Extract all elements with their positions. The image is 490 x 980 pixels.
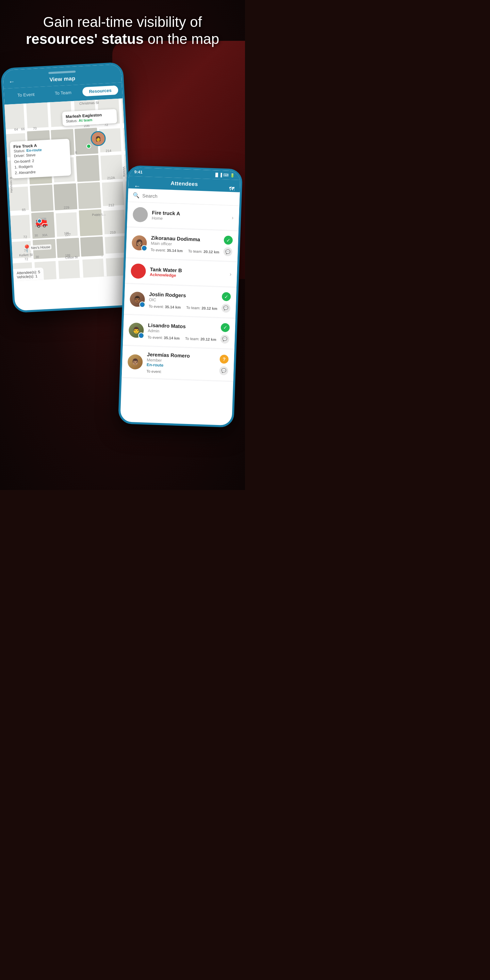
wifi-icon: ⌨ [223,172,229,177]
lisandro-info: Lisandro Matos Admin To event: 35.14 km … [148,322,217,342]
svg-text:Handteres St: Handteres St [9,177,13,193]
svg-text:195: 195 [64,231,69,235]
to-event-label: To event: 35.14 km [149,304,181,309]
to-team-label: To team: 20.12 km [188,249,220,254]
search-input[interactable] [142,192,235,201]
attendees-back-button[interactable]: ← [134,182,141,190]
chat-icon[interactable]: 💬 [220,334,229,344]
list-item: 👨 👤 Lisandro Matos Admin To event: 35.14… [123,315,235,349]
map-back-button[interactable]: ← [8,78,15,86]
attendees-header-title: Attendees [170,180,198,187]
tab-resources[interactable]: Resources [82,86,118,96]
attendees-list: Fire truck A Home › 👩🏽 👤 Zikoranau Dodim… [122,202,240,382]
list-item: Tank Water B Acknowledge › [125,258,237,287]
svg-text:72: 72 [24,257,29,261]
fire-truck-avatar [133,207,148,223]
status-icons: ▐▌▐ ⌨ 🔋 [214,172,235,178]
chevron-right-icon: › [232,215,234,221]
svg-text:229: 229 [64,205,70,210]
svg-text:64: 64 [14,127,18,131]
svg-rect-18 [77,182,101,209]
map-area: 64 66 70 68 8 235 72 214 212A 212 210 22… [5,98,132,282]
svg-text:214: 214 [105,149,111,153]
search-icon: 🔍 [133,192,140,199]
battery-icon: 🔋 [230,173,235,177]
list-item: 👨🏽 Jeremías Romero Member En-route To ev… [122,346,234,381]
svg-text:212A: 212A [107,176,115,180]
joslin-badge: 👤 [139,301,146,308]
vehicles-count: Vehicle(s): 1 [17,274,40,279]
list-item: 👩🏽 👤 Zikoranau Dodimma Main officer To e… [126,227,239,261]
svg-text:Puppy L...: Puppy L... [92,212,106,216]
person-popup: Marleah Eagleston Status: At team [62,109,117,126]
svg-rect-16 [30,185,54,211]
check-icon[interactable]: ✓ [222,292,231,301]
tab-to-event[interactable]: To Event [8,89,44,100]
map-header-title: View map [49,75,76,82]
svg-text:30A: 30A [42,233,48,237]
svg-text:70: 70 [33,126,37,130]
jeremias-action: ? 💬 [219,355,229,375]
svg-text:→: → [100,254,103,258]
to-event-label: To event: [146,369,162,374]
map-bottom-info: Attendee(s): 5 Vehicle(s): 1 [13,267,44,282]
lisandro-distances: To event: 35.14 km To team: 20.12 km [148,335,216,341]
check-icon[interactable]: ✓ [224,235,233,245]
zikoranau-distances: To event: 35.14 km To team: 20.12 km [151,248,220,254]
svg-text:66: 66 [21,127,25,131]
tank-water-avatar [130,263,146,279]
tank-water-action[interactable]: › [230,271,232,277]
tab-to-team[interactable]: To Team [45,87,81,98]
svg-text:30: 30 [34,234,38,237]
fire-truck-popup: Fire Truck A Status: En-route Driver: St… [10,138,71,178]
svg-text:Clifton St: Clifton St [65,256,78,259]
svg-text:210: 210 [110,231,116,234]
lisandro-badge: 👤 [138,332,145,339]
zikoranau-action: ✓ 💬 [223,235,233,256]
chevron-right-icon: › [230,271,232,277]
list-item: Fire truck A Home › [127,202,239,231]
status-time: 9:41 [134,169,143,175]
fire-truck-action[interactable]: › [232,215,234,221]
svg-text:Victoria: Victoria [122,166,126,177]
svg-text:30: 30 [35,255,39,259]
lisandro-action: ✓ 💬 [220,323,230,344]
chat-icon[interactable]: 💬 [221,304,231,313]
zikoranau-avatar: 👩🏽 👤 [132,235,147,251]
svg-text:72: 72 [23,235,27,239]
svg-text:212: 212 [108,203,115,207]
phone-map: ← View map To Event To Team Resources [0,62,135,313]
joslin-avatar: 👨🏾 👤 [130,292,145,307]
jeremias-avatar: 👨🏽 [127,354,143,370]
zikoranau-info: Zikoranau Dodimma Main officer To event:… [151,235,220,254]
attendees-map-icon[interactable]: 🗺 [229,186,235,192]
joslin-info: Joslin Rodgers OIC To event: 35.14 km To… [149,291,218,311]
to-event-label: To event: 35.14 km [148,335,180,340]
jeremias-distances: To event: [146,369,215,375]
jeremias-info: Jeremías Romero Member En-route To event… [146,351,216,375]
fire-truck-info: Fire truck A Home [152,210,228,223]
signal-icon: ▐▌▐ [214,172,222,177]
to-team-label: To team: 20.12 km [186,305,218,310]
svg-text:65: 65 [22,208,26,212]
chat-icon[interactable]: 💬 [223,247,232,256]
list-item: 👨🏾 👤 Joslin Rodgers OIC To event: 35.14 … [124,284,237,318]
joslin-distances: To event: 35.14 km To team: 20.12 km [149,304,218,311]
nev-house-label: Nev's House [30,244,52,250]
phone-attendees: 9:41 ▐▌▐ ⌨ 🔋 ← Attendees 🗺 🔍 [118,165,243,427]
svg-rect-15 [76,155,100,182]
tank-water-info: Tank Water B Acknowledge [150,266,226,279]
svg-rect-23 [80,237,104,256]
officer-badge: 👤 [141,245,148,251]
question-icon[interactable]: ? [220,355,229,364]
check-icon[interactable]: ✓ [221,323,230,332]
chat-icon[interactable]: 💬 [219,366,228,375]
joslin-action: ✓ 💬 [221,292,231,313]
to-team-label: To team: 20.12 km [185,336,216,341]
phones-container: ← View map To Event To Team Resources [7,65,238,433]
hero-title: Gain real-time visibility of resources' … [7,14,238,48]
svg-text:8: 8 [75,150,77,154]
to-event-label: To event: 35.14 km [151,248,183,253]
lisandro-avatar: 👨 👤 [129,323,144,338]
phone-notch [48,70,76,74]
